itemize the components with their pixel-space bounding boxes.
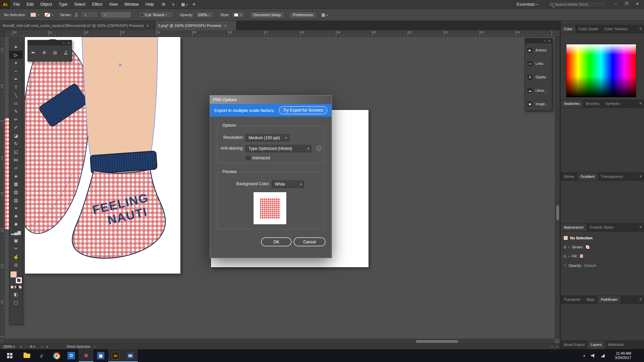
vertical-scrollbar[interactable] bbox=[555, 37, 560, 339]
menu-object[interactable]: Object bbox=[37, 0, 55, 9]
stroke-weight-select[interactable] bbox=[81, 11, 98, 18]
network-icon[interactable] bbox=[601, 354, 605, 357]
collapse-toolbar-icon[interactable]: » bbox=[9, 38, 23, 43]
gradient-tool[interactable]: ▥ bbox=[9, 196, 23, 204]
dialog-title-bar[interactable]: PNG Options bbox=[210, 95, 332, 104]
width-tool[interactable]: ⋈ bbox=[9, 156, 23, 164]
variable-width-profile-select[interactable] bbox=[100, 11, 131, 18]
fill-color-picker[interactable] bbox=[30, 12, 39, 17]
artboard-tool[interactable]: ▣ bbox=[9, 236, 23, 244]
tab-transform[interactable]: Transform bbox=[561, 296, 584, 304]
panel-libraries[interactable]: ☁ Librar... bbox=[525, 84, 552, 97]
panel-image-trace[interactable]: ◉ Image... bbox=[525, 97, 552, 111]
mesh-tool[interactable]: ▤ bbox=[9, 188, 23, 196]
panel-menu-icon[interactable]: ≡ bbox=[637, 25, 644, 33]
delete-anchor-point-tool[interactable]: ⊖ bbox=[53, 50, 57, 56]
align-options-icon[interactable]: ▦ bbox=[321, 12, 328, 17]
appearance-fill-row[interactable]: ⊙ › Fill: bbox=[561, 252, 644, 261]
tray-chevron-icon[interactable]: ∧ bbox=[583, 354, 586, 358]
direct-selection-tool[interactable]: ▷ bbox=[9, 51, 23, 59]
eye-icon[interactable]: ⊙ bbox=[563, 254, 566, 258]
document-tab-2png[interactable]: 2.png* @ 150% (CMYK/GPU Preview) ✕ bbox=[155, 21, 237, 30]
tab-symbols[interactable]: Symbols bbox=[602, 100, 622, 108]
appearance-no-selection-row[interactable]: No Selection bbox=[561, 234, 644, 243]
tab-asset-export[interactable]: Asset Export bbox=[561, 341, 588, 349]
tab-close-icon[interactable]: ✕ bbox=[146, 24, 149, 28]
lasso-tool[interactable]: ∽ bbox=[9, 67, 23, 75]
eyedropper-tool[interactable]: ✦ bbox=[9, 204, 23, 212]
none-button[interactable] bbox=[18, 285, 22, 289]
rectangle-tool[interactable]: ▭ bbox=[9, 99, 23, 107]
color-button[interactable] bbox=[10, 285, 14, 289]
fill-indicator[interactable] bbox=[10, 271, 17, 278]
horizontal-scroll-thumb[interactable] bbox=[416, 340, 458, 343]
line-segment-tool[interactable]: ╲ bbox=[9, 91, 23, 99]
menu-view[interactable]: View bbox=[106, 0, 121, 9]
gradient-button[interactable] bbox=[14, 285, 18, 289]
eye-icon[interactable]: ⊙ bbox=[563, 245, 566, 249]
tab-color-themes[interactable]: Color Themes bbox=[601, 25, 631, 33]
tab-transparency[interactable]: Transparency bbox=[598, 173, 626, 180]
scroll-tabs-right-icon[interactable]: › bbox=[556, 345, 557, 349]
pen-tool[interactable]: ✒ bbox=[9, 75, 23, 83]
calculator-icon[interactable]: ▦ bbox=[93, 349, 108, 362]
minimize-button[interactable]: – bbox=[611, 0, 621, 7]
illustrator-taskbar-icon[interactable]: Ai bbox=[108, 349, 123, 362]
collapse-panel-icon[interactable]: » bbox=[63, 41, 65, 45]
symbol-sprayer-tool[interactable]: ✺ bbox=[9, 220, 23, 228]
tab-layers[interactable]: Layers bbox=[588, 341, 605, 349]
search-input[interactable] bbox=[555, 2, 602, 6]
artboard-1[interactable]: FEELING NAUTI bbox=[25, 37, 181, 274]
zoom-level-select[interactable]: 150% bbox=[1, 345, 17, 349]
vertical-scroll-thumb[interactable] bbox=[556, 205, 559, 220]
taskbar-clock[interactable]: 11:49 AM 3/29/2017 bbox=[615, 351, 631, 360]
menu-window[interactable]: Window bbox=[121, 0, 142, 9]
stroke-color-picker[interactable] bbox=[44, 12, 53, 17]
canvas[interactable]: FEELING NAUTI » ✕ ✒✛⊖∠ » ✕ ▶ bbox=[5, 37, 555, 339]
menu-effect[interactable]: Effect bbox=[89, 0, 105, 9]
tab-graphic-styles[interactable]: Graphic Styles bbox=[587, 224, 617, 231]
cancel-button[interactable]: Cancel bbox=[294, 237, 326, 246]
tab-gradient[interactable]: Gradient bbox=[577, 173, 598, 180]
info-icon[interactable]: i bbox=[316, 146, 321, 151]
restore-button[interactable]: ❐ bbox=[621, 0, 632, 7]
last-artboard-button[interactable]: » bbox=[46, 345, 48, 349]
try-export-for-screens-button[interactable]: Try Export for Screens bbox=[279, 106, 327, 114]
next-artboard-button[interactable]: › bbox=[42, 345, 43, 349]
panel-links[interactable]: ∞ Links bbox=[525, 57, 552, 70]
free-transform-tool[interactable]: ▱ bbox=[9, 164, 23, 172]
document-tab-recovered[interactable]: MonaB_mid-calf-crew_socks_nautical [Reco… bbox=[0, 21, 155, 30]
blob-brush-tool[interactable]: ✐ bbox=[9, 123, 23, 131]
share-icon[interactable]: ✈ bbox=[192, 2, 196, 7]
stroke-weight-stepper[interactable]: ▲▼ bbox=[74, 11, 79, 18]
selection-tool[interactable]: ➤ bbox=[9, 43, 23, 51]
menu-help[interactable]: Help bbox=[142, 0, 157, 9]
ruler-corner[interactable] bbox=[0, 30, 5, 37]
shape-builder-tool[interactable]: ◈ bbox=[9, 172, 23, 180]
scale-tool[interactable]: ◱ bbox=[9, 148, 23, 156]
workspace-switcher[interactable]: Essentials bbox=[517, 0, 538, 9]
stroke-indicator[interactable] bbox=[16, 277, 22, 283]
style-select[interactable] bbox=[231, 11, 245, 18]
panel-glyphs[interactable]: A Glyphs bbox=[525, 70, 552, 84]
fill-stroke-indicator[interactable] bbox=[10, 271, 22, 283]
add-anchor-point-tool[interactable]: ✛ bbox=[42, 50, 46, 56]
menu-file[interactable]: File bbox=[10, 0, 23, 9]
antialiasing-select[interactable]: Type Optimized (Hinted) bbox=[246, 145, 311, 152]
tab-color[interactable]: Color bbox=[561, 25, 575, 33]
volume-icon[interactable] bbox=[591, 354, 595, 358]
scroll-tabs-left-icon[interactable]: ‹ bbox=[551, 345, 552, 349]
paintbrush-tool[interactable]: ✎ bbox=[9, 107, 23, 115]
tab-artboards[interactable]: Artboards bbox=[605, 341, 627, 349]
brush-definition-select[interactable]: 5 pt. Round bbox=[139, 11, 174, 18]
rotate-tool[interactable]: ↻ bbox=[9, 139, 23, 148]
document-setup-button[interactable]: Document Setup bbox=[250, 11, 285, 18]
start-button[interactable] bbox=[0, 349, 19, 362]
horizontal-ruler[interactable]: 101112131415161718192021222324 bbox=[5, 30, 560, 37]
type-tool[interactable]: T bbox=[9, 83, 23, 91]
status-popup-icon[interactable]: › bbox=[94, 345, 95, 349]
stock-search[interactable] bbox=[548, 1, 606, 7]
menu-edit[interactable]: Edit bbox=[23, 0, 37, 9]
color-spectrum[interactable] bbox=[566, 44, 636, 97]
tab-swatches[interactable]: Swatches bbox=[561, 100, 583, 108]
